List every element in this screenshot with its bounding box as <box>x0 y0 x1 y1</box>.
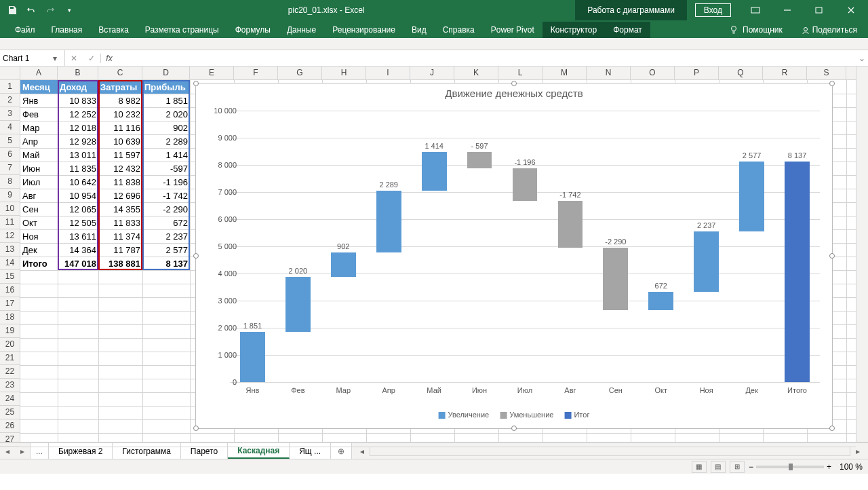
hscroll-right-icon[interactable]: ▸ <box>852 447 864 456</box>
sheet-tab-гистограмма[interactable]: Гистограмма <box>113 443 180 459</box>
row-header-27[interactable]: 27 <box>0 433 20 447</box>
col-header-P[interactable]: P <box>675 67 719 79</box>
bar-Сен[interactable] <box>603 248 628 310</box>
sheet-tab-more[interactable]: ... <box>31 443 49 459</box>
row-header-24[interactable]: 24 <box>0 392 20 406</box>
ribbon-display-icon[interactable] <box>740 0 771 20</box>
row-header-11[interactable]: 11 <box>0 216 20 229</box>
ribbon-tab-конструктор[interactable]: Конструктор <box>542 22 605 38</box>
row-header-17[interactable]: 17 <box>0 297 20 311</box>
row-header-14[interactable]: 14 <box>0 257 20 270</box>
chart-object[interactable]: Движение денежных средств1 851Янв2 020Фе… <box>195 83 833 429</box>
col-header-R[interactable]: R <box>763 67 807 79</box>
share-button[interactable]: Поделиться <box>791 22 868 38</box>
zoom-out-icon[interactable]: − <box>749 462 753 472</box>
vertical-scrollbar[interactable] <box>856 67 868 442</box>
close-icon[interactable] <box>835 0 867 20</box>
bar-Май[interactable] <box>422 152 447 191</box>
col-header-N[interactable]: N <box>587 67 631 79</box>
row-header-20[interactable]: 20 <box>0 338 20 352</box>
row-header-5[interactable]: 5 <box>0 134 20 148</box>
zoom-in-icon[interactable]: + <box>827 462 831 472</box>
ribbon-tab-вид[interactable]: Вид <box>403 22 435 38</box>
sheet-next-icon[interactable]: ▸ <box>15 447 30 456</box>
bar-Фев[interactable] <box>285 277 311 332</box>
ribbon-tab-справка[interactable]: Справка <box>435 22 483 38</box>
normal-view-icon[interactable]: ▦ <box>692 461 707 473</box>
row-header-7[interactable]: 7 <box>0 162 20 175</box>
login-button[interactable]: Вход <box>695 3 731 17</box>
col-header-G[interactable]: G <box>278 67 322 79</box>
page-break-view-icon[interactable]: ⊞ <box>730 461 745 473</box>
col-header-M[interactable]: M <box>542 67 587 79</box>
tell-me[interactable]: Помощник <box>721 22 791 38</box>
ribbon-tab-формат[interactable]: Формат <box>605 22 650 38</box>
row-header-19[interactable]: 19 <box>0 324 20 338</box>
row-header-25[interactable]: 25 <box>0 406 20 419</box>
bar-Июл[interactable] <box>513 168 538 201</box>
chart-legend[interactable]: УвеличениеУменьшениеИтог <box>439 411 590 419</box>
ribbon-tab-формулы[interactable]: Формулы <box>227 22 279 38</box>
page-layout-view-icon[interactable]: ▤ <box>711 461 726 473</box>
cell-A12[interactable]: Ноя <box>20 229 58 243</box>
cell-A8[interactable]: Июл <box>20 175 58 189</box>
row-header-16[interactable]: 16 <box>0 284 20 297</box>
cell-A14[interactable]: Итого <box>20 257 58 270</box>
ribbon-tab-вставка[interactable]: Вставка <box>90 22 137 38</box>
row-header-13[interactable]: 13 <box>0 243 20 257</box>
bar-Авг[interactable] <box>558 201 583 248</box>
cell-A3[interactable]: Фев <box>20 107 58 121</box>
col-header-I[interactable]: I <box>366 67 410 79</box>
bar-Мар[interactable] <box>331 252 356 277</box>
row-header-12[interactable]: 12 <box>0 229 20 243</box>
row-header-15[interactable]: 15 <box>0 270 20 284</box>
new-sheet-button[interactable]: ⊕ <box>331 443 352 459</box>
col-header-L[interactable]: L <box>498 67 542 79</box>
save-icon[interactable] <box>4 2 20 18</box>
row-header-22[interactable]: 22 <box>0 365 20 379</box>
minimize-icon[interactable] <box>772 0 803 20</box>
bar-Дек[interactable] <box>739 162 764 231</box>
cell-A7[interactable]: Июн <box>20 162 58 175</box>
undo-icon[interactable] <box>23 2 39 18</box>
bar-Апр[interactable] <box>376 191 401 253</box>
col-header-A[interactable]: A <box>20 67 58 79</box>
col-header-F[interactable]: F <box>234 67 278 79</box>
bar-Итого[interactable] <box>785 162 810 382</box>
sheet-tab-биржевая-2[interactable]: Биржевая 2 <box>49 443 113 459</box>
fx-icon[interactable]: fx <box>101 54 117 63</box>
sheet-tab-парето[interactable]: Парето <box>181 443 228 459</box>
zoom-slider[interactable] <box>756 466 824 468</box>
bar-Янв[interactable] <box>240 332 265 382</box>
plot-area[interactable]: 1 851Янв2 020Фев902Мар2 289Апр1 414Май- … <box>230 111 820 382</box>
sheet-tab-каскадная[interactable]: Каскадная <box>228 443 290 459</box>
ribbon-tab-файл[interactable]: Файл <box>7 22 43 38</box>
row-header-18[interactable]: 18 <box>0 311 20 324</box>
name-box-dropdown-icon[interactable]: ▾ <box>50 54 60 63</box>
row-header-2[interactable]: 2 <box>0 94 20 107</box>
zoom-level[interactable]: 100 % <box>840 462 863 472</box>
ribbon-tab-power-pivot[interactable]: Power Pivot <box>483 22 542 38</box>
cell-A6[interactable]: Май <box>20 148 58 162</box>
ribbon-tab-разметка-страницы[interactable]: Разметка страницы <box>137 22 227 38</box>
row-header-23[interactable]: 23 <box>0 379 20 392</box>
name-box[interactable]: ▾ <box>0 50 65 66</box>
sheet-tab-ящ-...[interactable]: Ящ ... <box>290 443 331 459</box>
col-header-J[interactable]: J <box>410 67 454 79</box>
row-header-8[interactable]: 8 <box>0 175 20 189</box>
row-header-3[interactable]: 3 <box>0 107 20 121</box>
col-header-H[interactable]: H <box>322 67 366 79</box>
hscroll-left-icon[interactable]: ◂ <box>356 447 368 456</box>
select-all-button[interactable] <box>0 67 20 80</box>
bar-Июн[interactable] <box>467 152 492 168</box>
cell-A5[interactable]: Апр <box>20 134 58 148</box>
cell-A4[interactable]: Мар <box>20 121 58 134</box>
ribbon-tab-данные[interactable]: Данные <box>279 22 324 38</box>
cells-area[interactable]: МесяцДоходЗатратыПрибыльЯнв10 8338 9821 … <box>20 80 856 442</box>
row-header-21[interactable]: 21 <box>0 352 20 365</box>
row-header-26[interactable]: 26 <box>0 419 20 433</box>
col-header-O[interactable]: O <box>631 67 675 79</box>
bar-Окт[interactable] <box>648 292 673 310</box>
col-header-S[interactable]: S <box>807 67 846 79</box>
qa-customize-icon[interactable]: ▾ <box>61 2 77 18</box>
